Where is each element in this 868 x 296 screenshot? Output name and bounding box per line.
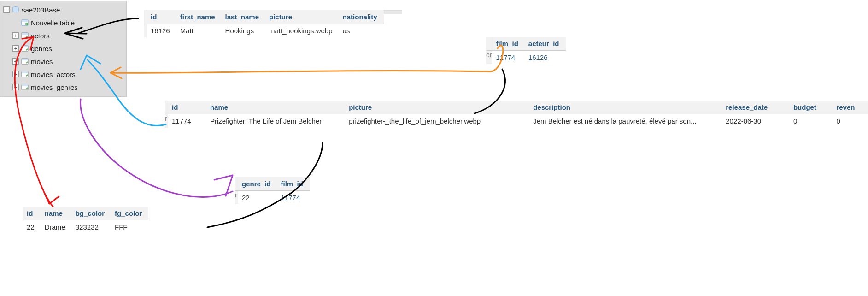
- col-film-id[interactable]: film_id: [492, 37, 525, 51]
- cell-id: 11774: [168, 114, 206, 128]
- cell-name: Drame: [41, 220, 72, 234]
- cell-description: Jem Belcher est né dans la pauvreté, éle…: [529, 114, 722, 128]
- table-icon: [21, 83, 29, 91]
- table-icon: [21, 71, 29, 78]
- table-row[interactable]: er 11774 16126: [486, 51, 566, 65]
- svg-rect-11: [22, 71, 28, 73]
- tree-item-label: actors: [31, 32, 50, 40]
- table-row[interactable]: r 11774 Prizefighter: The Life of Jem Be…: [165, 114, 868, 128]
- col-name[interactable]: name: [41, 207, 72, 220]
- new-table-icon: [21, 19, 29, 26]
- col-film-id[interactable]: film_id: [277, 177, 310, 191]
- movies-table: id name picture description release_date…: [165, 101, 868, 128]
- cell-genre-id: 22: [238, 191, 277, 205]
- svg-rect-5: [22, 33, 28, 35]
- cell-revenue: 0: [833, 114, 868, 128]
- col-release-date[interactable]: release_date: [722, 101, 790, 114]
- col-bg-color[interactable]: bg_color: [72, 207, 111, 220]
- table-header-row: id first_name last_name picture national…: [144, 10, 384, 24]
- cell-picture: prizefighter-_the_life_of_jem_belcher.we…: [345, 114, 529, 128]
- expand-icon[interactable]: +: [12, 32, 19, 39]
- db-name-label: sae203Base: [22, 6, 60, 14]
- spacer-icon: [12, 19, 19, 26]
- cell-last-name: Hookings: [222, 24, 265, 38]
- col-id[interactable]: id: [147, 10, 176, 24]
- table-header-row: id name bg_color fg_color: [23, 207, 148, 220]
- col-last-name[interactable]: last_name: [222, 10, 265, 24]
- cell-release-date: 2022-06-30: [722, 114, 790, 128]
- tree-item-label: movies: [31, 58, 53, 65]
- collapse-icon[interactable]: −: [3, 6, 10, 13]
- col-name[interactable]: name: [206, 101, 345, 114]
- col-fg-color[interactable]: fg_color: [111, 207, 148, 220]
- cell-film-id: 11774: [277, 191, 310, 205]
- tree-new-table[interactable]: Nouvelle table: [0, 16, 126, 29]
- col-nationality[interactable]: nationality: [339, 10, 384, 24]
- tree-item-genres[interactable]: + genres: [0, 42, 126, 55]
- svg-rect-9: [22, 59, 28, 60]
- table-row[interactable]: 22 Drame 323232 FFF: [23, 220, 148, 234]
- cell-fg-color: FFF: [111, 220, 148, 234]
- table-icon: [21, 32, 29, 39]
- col-picture[interactable]: picture: [265, 10, 339, 24]
- tree-db-root[interactable]: − sae203Base: [0, 3, 126, 16]
- actors-table: id first_name last_name picture national…: [144, 10, 384, 37]
- col-id[interactable]: id: [168, 101, 206, 114]
- col-revenue[interactable]: reven: [833, 101, 868, 114]
- svg-rect-7: [22, 46, 28, 47]
- table-row[interactable]: r 22 11774: [235, 191, 310, 205]
- cell-first-name: Matt: [176, 24, 222, 38]
- new-table-label: Nouvelle table: [31, 19, 75, 27]
- col-first-name[interactable]: first_name: [176, 10, 222, 24]
- tree-item-movies-genres[interactable]: + movies_genres: [0, 81, 126, 94]
- genres-table: id name bg_color fg_color 22 Drame 32323…: [23, 207, 148, 234]
- col-picture[interactable]: picture: [345, 101, 529, 114]
- tree-item-movies-actors[interactable]: + movies_actors: [0, 68, 126, 81]
- cell-nationality: us: [339, 24, 384, 38]
- col-description[interactable]: description: [529, 101, 722, 114]
- movies-genres-table: genre_id film_id r 22 11774: [235, 177, 310, 204]
- tree-item-label: genres: [31, 45, 52, 53]
- movies-table-wrap: id name picture description release_date…: [165, 101, 868, 105]
- expand-icon[interactable]: +: [12, 45, 19, 52]
- annotation-overlay: [0, 0, 868, 296]
- table-row[interactable]: 16126 Matt Hookings matt_hookings.webp u…: [144, 24, 384, 38]
- clipped-text: r: [165, 115, 167, 122]
- movies-actors-table: film_id acteur_id er 11774 16126: [486, 37, 566, 64]
- expand-icon[interactable]: +: [12, 84, 19, 90]
- table-header-row: id name picture description release_date…: [165, 101, 868, 114]
- table-header-row: genre_id film_id: [235, 177, 310, 191]
- db-tree: − sae203Base Nouvelle table + actors +: [0, 1, 127, 97]
- cell-name: Prizefighter: The Life of Jem Belcher: [206, 114, 345, 128]
- expand-icon[interactable]: +: [12, 58, 19, 65]
- clipped-text: er: [486, 51, 492, 59]
- edge-col: er: [486, 51, 492, 65]
- cell-acteur-id: 16126: [525, 51, 566, 65]
- tree-item-actors[interactable]: + actors: [0, 29, 126, 42]
- table-header-row: film_id acteur_id: [486, 37, 566, 51]
- svg-rect-13: [22, 84, 28, 86]
- tree-item-label: movies_genres: [31, 83, 78, 91]
- expand-icon[interactable]: +: [12, 71, 19, 77]
- col-acteur-id[interactable]: acteur_id: [525, 37, 566, 51]
- cell-budget: 0: [790, 114, 833, 128]
- svg-rect-2: [22, 20, 28, 22]
- table-icon: [21, 45, 29, 52]
- table-icon: [21, 58, 29, 65]
- cell-picture: matt_hookings.webp: [265, 24, 339, 38]
- edge-col: [486, 37, 492, 51]
- clipped-text: r: [235, 191, 237, 199]
- database-icon: [12, 6, 20, 13]
- cell-film-id: 11774: [492, 51, 525, 65]
- col-id[interactable]: id: [23, 207, 41, 220]
- tree-item-label: movies_actors: [31, 71, 76, 78]
- cell-id: 22: [23, 220, 41, 234]
- tree-item-movies[interactable]: + movies: [0, 55, 126, 68]
- col-genre-id[interactable]: genre_id: [238, 177, 277, 191]
- cell-bg-color: 323232: [72, 220, 111, 234]
- actors-table-wrap: id first_name last_name picture national…: [144, 10, 402, 14]
- col-budget[interactable]: budget: [790, 101, 833, 114]
- cell-id: 16126: [147, 24, 176, 38]
